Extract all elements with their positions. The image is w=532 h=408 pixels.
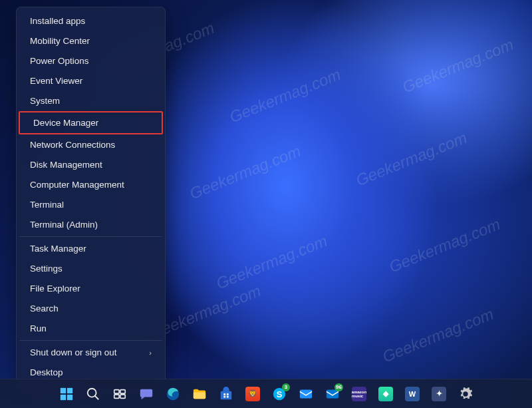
svg-rect-9 — [120, 394, 125, 398]
menu-item-label: Event Viewer — [30, 76, 82, 86]
highlight-box: Device Manager — [19, 111, 163, 134]
search-icon[interactable] — [81, 382, 105, 406]
menu-item-label: Shut down or sign out — [30, 347, 117, 357]
badge: 3 — [282, 383, 290, 391]
svg-rect-7 — [120, 389, 125, 393]
settings-icon[interactable] — [454, 382, 477, 406]
menu-item-power-options[interactable]: Power Options — [19, 51, 162, 71]
winx-context-menu: Installed appsMobility CenterPower Optio… — [16, 7, 166, 387]
app-icon-1[interactable]: ◆ — [374, 382, 398, 406]
menu-separator — [19, 236, 162, 237]
app-icon-2[interactable]: ✦ — [427, 382, 451, 406]
file-explorer-icon[interactable] — [188, 382, 211, 406]
menu-item-label: Terminal — [30, 200, 64, 210]
chat-icon[interactable] — [134, 382, 158, 406]
store-icon[interactable] — [214, 382, 238, 406]
menu-item-label: Disk Management — [30, 160, 102, 170]
menu-item-settings[interactable]: Settings — [19, 259, 162, 278]
svg-rect-14 — [227, 393, 229, 395]
mail-icon[interactable] — [294, 382, 318, 406]
menu-item-device-manager[interactable]: Device Manager — [23, 113, 159, 132]
menu-item-label: Terminal (Admin) — [30, 220, 98, 230]
menu-separator — [19, 340, 162, 341]
svg-text:S: S — [277, 389, 283, 399]
skype-icon[interactable]: S3 — [267, 382, 291, 406]
edge-icon[interactable] — [161, 382, 185, 406]
taskbar: 🦁S396amazonmusic◆W✦ — [0, 379, 532, 408]
menu-item-label: Computer Management — [30, 180, 124, 190]
svg-rect-2 — [61, 394, 66, 399]
svg-rect-11 — [194, 392, 205, 399]
onenote-icon[interactable]: 96 — [321, 382, 344, 406]
menu-item-installed-apps[interactable]: Installed apps — [19, 11, 162, 31]
svg-rect-3 — [67, 394, 72, 399]
menu-item-file-explorer[interactable]: File Explorer — [19, 279, 162, 298]
svg-rect-16 — [227, 395, 229, 397]
svg-rect-6 — [114, 389, 119, 393]
task-view-icon[interactable] — [108, 382, 132, 406]
menu-item-event-viewer[interactable]: Event Viewer — [19, 71, 162, 91]
start-icon[interactable] — [55, 382, 78, 406]
amazon-music-icon[interactable]: amazonmusic — [347, 382, 371, 406]
badge: 96 — [334, 383, 343, 391]
menu-item-disk-management[interactable]: Disk Management — [19, 155, 162, 174]
menu-item-shut-down-or-sign-out[interactable]: Shut down or sign out› — [19, 343, 162, 362]
menu-item-label: Task Manager — [30, 244, 86, 254]
svg-rect-0 — [61, 387, 66, 393]
menu-item-label: Network Connections — [30, 140, 115, 150]
menu-item-system[interactable]: System — [19, 91, 162, 110]
menu-item-label: Run — [30, 323, 47, 333]
menu-item-network-connections[interactable]: Network Connections — [19, 135, 162, 154]
menu-item-terminal[interactable]: Terminal — [19, 195, 162, 214]
menu-item-label: Mobility Center — [30, 36, 90, 46]
menu-item-label: Search — [30, 304, 59, 313]
chevron-right-icon: › — [149, 349, 152, 357]
menu-item-search[interactable]: Search — [19, 299, 162, 318]
brave-icon[interactable]: 🦁 — [241, 382, 265, 406]
menu-item-label: Settings — [30, 264, 63, 274]
svg-rect-1 — [67, 387, 72, 393]
menu-item-label: File Explorer — [30, 284, 80, 294]
menu-item-label: Installed apps — [30, 16, 85, 26]
svg-line-5 — [95, 395, 99, 399]
svg-rect-12 — [221, 391, 232, 399]
menu-item-label: Device Manager — [33, 118, 98, 128]
svg-rect-15 — [223, 395, 225, 397]
menu-item-label: Desktop — [30, 367, 63, 377]
svg-rect-8 — [114, 394, 119, 398]
word-icon[interactable]: W — [400, 382, 424, 406]
svg-rect-13 — [223, 393, 225, 395]
menu-item-run[interactable]: Run — [19, 319, 162, 338]
menu-item-mobility-center[interactable]: Mobility Center — [19, 31, 162, 51]
menu-item-computer-management[interactable]: Computer Management — [19, 175, 162, 194]
svg-point-4 — [88, 388, 96, 397]
menu-item-task-manager[interactable]: Task Manager — [19, 239, 162, 258]
menu-item-label: System — [30, 96, 60, 106]
menu-item-terminal-admin-[interactable]: Terminal (Admin) — [19, 215, 162, 234]
svg-rect-19 — [300, 389, 312, 398]
menu-item-label: Power Options — [30, 56, 89, 66]
